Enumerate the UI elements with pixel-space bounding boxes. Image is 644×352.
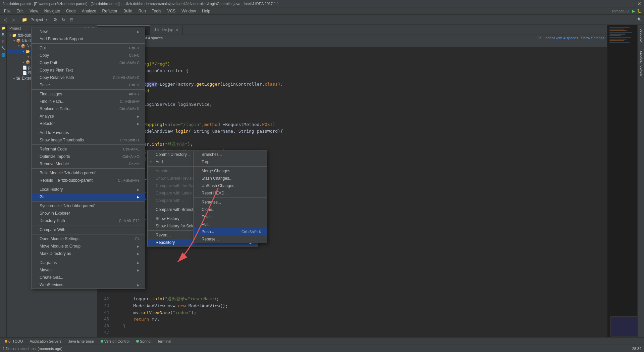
repo-push[interactable]: Push... Ctrl+Shift+K [194, 228, 267, 235]
ctx-synchronize[interactable]: Synchronize 'fzb-dubbo-parent' [32, 202, 145, 210]
menu-code[interactable]: Code [63, 8, 78, 14]
activity-1-icon[interactable]: 📁 [1, 26, 6, 32]
repo-rebase[interactable]: Rebase... [194, 235, 267, 243]
ctx-copy-path[interactable]: Copy Path Ctrl+Shift+C [32, 59, 145, 67]
collapse-icon[interactable]: ⊟ [68, 16, 75, 23]
repo-merge[interactable]: Merge Changes... [194, 167, 267, 175]
sync-icon[interactable]: ↻ [60, 16, 67, 23]
ctx-build-module[interactable]: Build Module 'fzb-dubbo-parent' [32, 169, 145, 177]
ctx-show-in-explorer[interactable]: Show in Explorer [32, 210, 145, 217]
menu-help[interactable]: Help [199, 8, 213, 14]
spring-tab[interactable]: Spring [134, 339, 153, 344]
notif-ok[interactable]: OK [536, 36, 542, 40]
activity-4-icon[interactable]: 🔧 [1, 46, 6, 52]
ctx-compare-with[interactable]: Compare With... [32, 226, 145, 233]
tab-index[interactable]: J index.jsp ✕ [150, 25, 183, 35]
todo-dot [5, 340, 7, 343]
ctx-replace-in-path[interactable]: Replace in Path... Ctrl+Shift+R [32, 105, 145, 113]
ctx-paste[interactable]: Paste Ctrl+V [32, 81, 145, 89]
maven-panel-label[interactable]: Maven Projects [638, 48, 644, 80]
menu-tools[interactable]: Tools [149, 8, 164, 14]
repo-clone[interactable]: Clone... [194, 206, 267, 213]
breadcrumb: ginController login() [97, 41, 607, 47]
dropdown-arrow[interactable]: ▾ [46, 17, 48, 22]
ctx-copy[interactable]: Copy Ctrl+C [32, 52, 145, 59]
repo-fetch[interactable]: Fetch [194, 213, 267, 221]
ctx-label: Maven [40, 268, 52, 272]
ctx-optimize-imports[interactable]: Optimize Imports Ctrl+Alt+O [32, 153, 145, 160]
repo-unstash[interactable]: UnStash Changes... [194, 182, 267, 189]
ctx-label: Show History [156, 216, 179, 221]
ctx-add-framework[interactable]: Add Framework Support... [32, 35, 145, 43]
back-icon[interactable]: ◁ [2, 16, 9, 23]
menu-edit[interactable]: Edit [14, 8, 26, 14]
repo-tag[interactable]: Tag... [194, 158, 267, 166]
menu-run[interactable]: Run [136, 8, 149, 14]
ctx-analyze[interactable]: Analyze ▶ [32, 113, 145, 120]
ctx-reformat[interactable]: Reformat Code Ctrl+Alt+L [32, 145, 145, 153]
todo-tab[interactable]: 6: TODO [3, 339, 25, 344]
ctx-copy-plain[interactable]: Copy as Plain Text [32, 67, 145, 74]
version-control-tab[interactable]: Version Control [99, 339, 131, 344]
folder-icon[interactable]: 📁 [21, 16, 28, 23]
ctx-move-module[interactable]: Move Module to Group ▶ [32, 243, 145, 250]
menu-file[interactable]: File [1, 8, 13, 14]
maximize-icon[interactable]: □ [633, 1, 635, 6]
ctx-cut[interactable]: Cut Ctrl+X [32, 44, 145, 52]
ctx-open-module-settings[interactable]: Open Module Settings F4 [32, 235, 145, 243]
forward-icon[interactable]: ▷ [10, 16, 17, 23]
ctx-git[interactable]: Git ▶ [32, 193, 145, 201]
repo-reset-head[interactable]: Reset HEAD... [194, 189, 267, 197]
ctx-add-favorites[interactable]: Add to Favorites [32, 129, 145, 136]
terminal-tab[interactable]: Terminal [155, 339, 173, 344]
activity-5-icon[interactable]: 🌐 [1, 53, 6, 58]
ctx-refactor[interactable]: Refactor ▶ [32, 120, 145, 127]
close-icon[interactable]: ✕ [637, 1, 641, 6]
ctx-webservices[interactable]: WebServices ▶ [32, 281, 145, 289]
menu-navigate[interactable]: Navigate [42, 8, 63, 14]
ctx-show-thumbnails[interactable]: Show Image Thumbnails Ctrl+Shift+T [32, 136, 145, 144]
ctx-rebuild-module[interactable]: Rebuild ...e 'fzb-dubbo-parent' Ctrl+Shi… [32, 177, 145, 184]
menu-window[interactable]: Window [179, 8, 199, 14]
ctx-copy-relative[interactable]: Copy Relative Path Ctrl+Alt+Shift+C [32, 74, 145, 81]
ctx-shortcut: F4 [135, 237, 140, 241]
menu-build[interactable]: Build [121, 8, 135, 14]
ctx-label: Find Usages [40, 92, 62, 96]
ctx-maven[interactable]: Maven ▶ [32, 266, 145, 274]
debug-icon[interactable]: 🐛 [636, 9, 643, 13]
ctx-find-in-path[interactable]: Find in Path... Ctrl+Shift+F [32, 98, 145, 105]
menu-analyze[interactable]: Analyze [79, 8, 99, 14]
code-class: LoginController [144, 68, 183, 73]
code-line: @Autowired [97, 87, 607, 94]
activity-2-icon[interactable]: 🔍 [1, 33, 6, 38]
app-servers-tab[interactable]: Application Servers [28, 339, 64, 344]
java-ee-tab[interactable]: Java Enterprise [66, 339, 96, 344]
ctx-label: New [40, 29, 48, 34]
ctx-mark-directory[interactable]: Mark Directory as ▶ [32, 250, 145, 257]
ctx-remove-module[interactable]: Remove Module Delete [32, 160, 145, 168]
activity-3-icon[interactable]: ⚙ [1, 40, 6, 45]
ctx-create-gist[interactable]: Create Gist... [32, 274, 145, 281]
ctx-find-usages[interactable]: Find Usages Alt+F7 [32, 90, 145, 98]
database-panel-label[interactable]: Database [638, 25, 644, 48]
repo-branches[interactable]: Branches... [194, 151, 267, 158]
run-icon[interactable]: ▶ [631, 9, 636, 13]
menu-vcs[interactable]: VCS [165, 8, 178, 14]
minimize-icon[interactable]: ─ [628, 1, 631, 6]
title-text: fzb-dubbo-parent - [E:\workspace\fzb-dub… [3, 2, 279, 6]
menu-view[interactable]: View [27, 8, 41, 14]
settings-icon[interactable]: ⚙ [52, 16, 59, 23]
repo-remotes[interactable]: Remotes... [194, 199, 267, 206]
line-content: logger.info("登录方法"); [112, 141, 607, 147]
notif-settings[interactable]: Show Settings [581, 36, 604, 40]
repo-stash[interactable]: Stash Changes... [194, 175, 267, 182]
ctx-new[interactable]: New ▶ [32, 28, 145, 35]
menu-refactor[interactable]: Refactor [100, 8, 120, 14]
code-text: ( [170, 310, 173, 315]
ctx-diagrams[interactable]: Diagrams ▶ [32, 259, 145, 266]
ctx-directory-path[interactable]: Directory Path Ctrl+Alt+F12 [32, 217, 145, 224]
repo-pull[interactable]: Pull... [194, 221, 267, 228]
ctx-local-history[interactable]: Local History ▶ [32, 186, 145, 193]
tab-close[interactable]: ✕ [176, 28, 178, 32]
notif-indent[interactable]: Indent with 4 spaces [544, 36, 578, 40]
